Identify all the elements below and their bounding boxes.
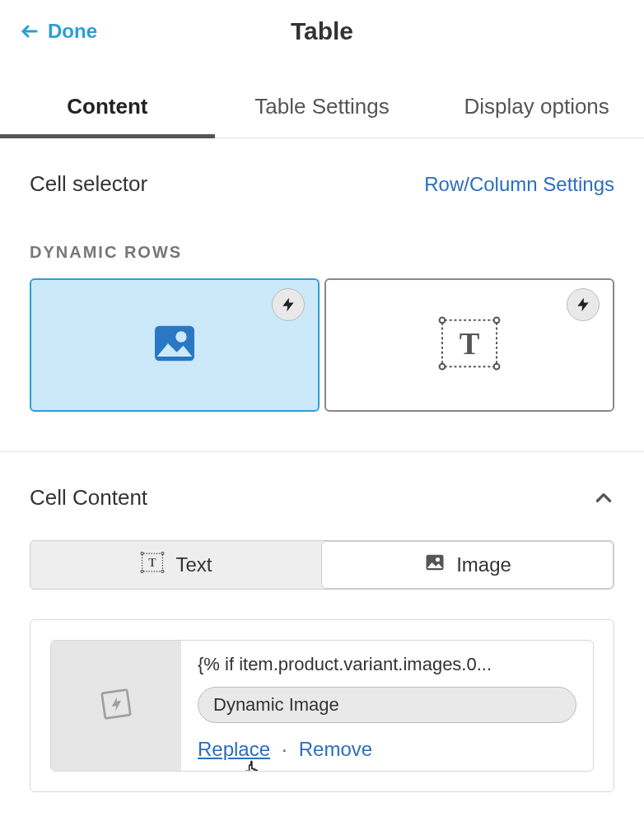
text-frame-icon: T (437, 315, 502, 375)
svg-text:T: T (460, 327, 480, 361)
svg-point-14 (141, 570, 143, 572)
tab-table-settings[interactable]: Table Settings (215, 79, 430, 138)
seg-text-label: Text (175, 553, 212, 576)
seg-image[interactable]: Image (321, 541, 614, 589)
text-frame-icon: T (139, 551, 166, 579)
cell-image-card[interactable] (30, 278, 320, 412)
cell-selector-header: Cell selector Row/Column Settings (30, 171, 614, 197)
svg-point-13 (161, 553, 164, 555)
svg-point-3 (440, 317, 446, 323)
cell-content-panel: {% if item.product.variant.images.0... D… (30, 619, 614, 792)
separator-dot: · (282, 738, 287, 761)
seg-image-label: Image (456, 553, 511, 576)
image-asset-row: {% if item.product.variant.images.0... D… (50, 640, 594, 772)
image-icon (423, 551, 446, 579)
remove-link[interactable]: Remove (299, 738, 372, 761)
segmented-wrap: T Text Image (0, 511, 644, 590)
done-button[interactable]: Done (20, 20, 97, 43)
replace-link[interactable]: Replace (198, 738, 270, 761)
svg-point-5 (440, 364, 446, 370)
dynamic-rows-label: DYNAMIC ROWS (30, 243, 614, 262)
tabs: Content Table Settings Display options (0, 79, 644, 138)
row-column-settings-link[interactable]: Row/Column Settings (424, 173, 614, 196)
cell-text-card[interactable]: T (324, 278, 614, 412)
cell-content-title: Cell Content (30, 485, 147, 511)
dynamic-badge-icon (567, 288, 600, 321)
cell-content-type-toggle: T Text Image (30, 540, 614, 590)
asset-info: {% if item.product.variant.images.0... D… (181, 641, 593, 771)
tab-content[interactable]: Content (0, 79, 215, 138)
dynamic-image-pill[interactable]: Dynamic Image (198, 687, 576, 723)
chevron-up-icon (593, 487, 614, 509)
cell-content-header[interactable]: Cell Content (0, 452, 644, 511)
image-icon (148, 317, 201, 373)
dynamic-image-placeholder-icon (98, 686, 134, 725)
done-label: Done (48, 20, 97, 43)
seg-text[interactable]: T Text (30, 541, 321, 589)
dynamic-badge-icon (272, 288, 305, 321)
tab-display-options[interactable]: Display options (429, 79, 644, 138)
header: Done Table (0, 0, 644, 63)
cell-selector-section: Cell selector Row/Column Settings DYNAMI… (0, 138, 644, 412)
svg-point-4 (494, 317, 500, 323)
svg-point-6 (494, 364, 500, 370)
image-thumbnail[interactable] (51, 641, 181, 771)
svg-text:T: T (149, 557, 157, 569)
dynamic-rows-cells: T (30, 278, 614, 412)
svg-point-15 (161, 570, 164, 572)
back-arrow-icon (20, 21, 40, 41)
asset-actions: Replace · Remove (198, 738, 576, 761)
asset-code-title: {% if item.product.variant.images.0... (198, 654, 576, 675)
svg-point-12 (141, 553, 143, 555)
cell-selector-label: Cell selector (30, 171, 147, 197)
svg-point-22 (436, 557, 440, 562)
svg-point-2 (175, 331, 186, 342)
cursor-hand-icon (243, 759, 264, 772)
